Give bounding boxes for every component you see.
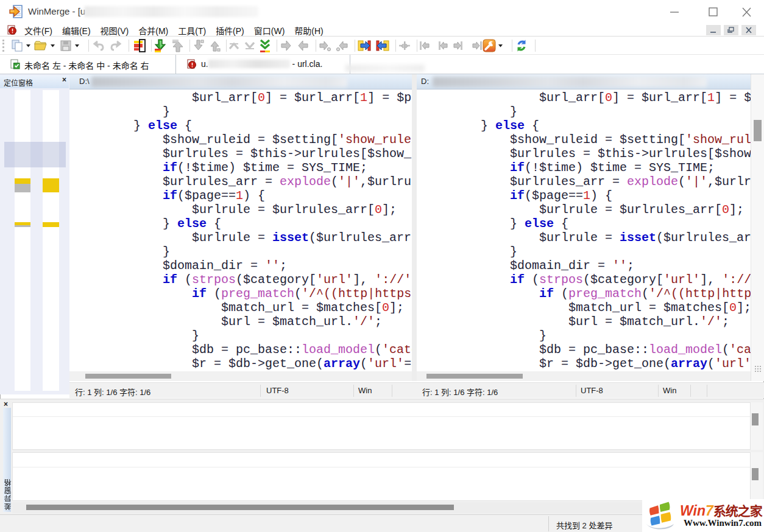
copy-left-and-advance-icon[interactable]	[336, 39, 349, 52]
copy-left-icon[interactable]	[297, 39, 310, 52]
l-to-m-advance-icon[interactable]	[418, 39, 431, 52]
copy-all-left-icon[interactable]	[376, 39, 389, 52]
diff-marker[interactable]	[15, 178, 30, 184]
r-to-m-advance-icon[interactable]	[470, 39, 484, 52]
options-icon[interactable]	[483, 39, 496, 52]
v-scrollbar-thumb[interactable]	[754, 120, 762, 141]
redacted-title-path	[84, 6, 258, 17]
diff-detail-bottom[interactable]	[12, 452, 751, 501]
menu-6[interactable]: 窗口(W)	[249, 23, 290, 37]
diff-marker[interactable]	[15, 184, 30, 192]
code-line: $url_arr[0] = $url_arr[1] = $page_size;	[75, 91, 412, 105]
previous-conflict-icon[interactable]	[227, 39, 241, 52]
menu-4[interactable]: 工具(T)	[173, 23, 211, 37]
save-dropdown-icon[interactable]	[74, 39, 80, 52]
save-icon[interactable]	[59, 39, 73, 52]
diff-v-scrollbar-bottom[interactable]	[751, 452, 763, 501]
pane-divider[interactable]	[412, 74, 417, 381]
caret-position: 行: 1 列: 1/6 字符: 1/6	[422, 386, 498, 397]
menu-1[interactable]: 编辑(E)	[57, 23, 96, 37]
menu-3[interactable]: 合并(M)	[133, 23, 173, 37]
menu-0[interactable]: 文件(F)	[19, 23, 57, 37]
toolbar-grip[interactable]	[2, 40, 4, 52]
separator	[576, 385, 576, 397]
diff-v-scrollbar-thumb[interactable]	[752, 468, 759, 480]
menu-bar: 文件(F)编辑(E)视图(V)合并(M)工具(T)插件(P)窗口(W)帮助(H)	[0, 23, 764, 37]
h-scrollbar-thumb[interactable]	[426, 374, 523, 379]
last-difference-icon[interactable]	[258, 39, 272, 52]
code-line: $urlrules = $this->urlrules[$show_ruleid…	[75, 147, 412, 161]
location-strip-left[interactable]	[15, 90, 30, 391]
tab-label: 未命名 左 - 未命名 中 - 未命名 右	[24, 59, 149, 71]
refresh-icon[interactable]	[515, 39, 528, 52]
location-strip-right[interactable]	[43, 90, 59, 391]
code-line: if (strpos($category['url'], '://') !== …	[422, 273, 751, 287]
pane-header-right[interactable]: D:	[417, 74, 751, 89]
menu-5[interactable]: 插件(P)	[211, 23, 249, 37]
open-icon[interactable]	[34, 39, 47, 52]
diff-v-scrollbar-thumb[interactable]	[752, 413, 759, 425]
v-scrollbar[interactable]	[751, 74, 764, 381]
separator	[392, 385, 392, 397]
location-view-rect[interactable]	[4, 142, 66, 167]
diff-marker[interactable]	[43, 222, 59, 227]
copy-right-and-advance-icon[interactable]	[318, 39, 331, 52]
document-compare-icon	[7, 25, 17, 35]
h-scrollbar-right[interactable]	[417, 371, 751, 381]
h-scrollbar-left[interactable]	[69, 371, 412, 381]
next-3way-diff-icon[interactable]	[191, 39, 205, 52]
toolbar-separator	[417, 40, 417, 52]
separator	[260, 385, 261, 397]
diff-h-scrollbar[interactable]	[12, 502, 751, 513]
redacted-path	[91, 77, 347, 87]
diff-h-scrollbar-thumb[interactable]	[26, 505, 454, 510]
location-pane-close-icon[interactable]: ×	[62, 75, 66, 84]
menu-2[interactable]: 视图(V)	[96, 23, 134, 37]
copy-all-right-icon[interactable]	[358, 39, 371, 52]
auto-merge-icon[interactable]	[398, 39, 411, 52]
new-file-icon[interactable]	[10, 39, 24, 52]
new-dropdown-icon[interactable]	[25, 39, 32, 52]
open-dropdown-icon[interactable]	[49, 39, 56, 52]
mdi-restore-button[interactable]	[724, 25, 738, 35]
code-line: if($page==1) {	[422, 189, 751, 203]
m-to-r-advance-icon[interactable]	[453, 39, 466, 52]
code-editor-left[interactable]: $url_arr[0] = $url_arr[1] = $page_size; …	[69, 89, 412, 371]
menu-7[interactable]: 帮助(H)	[289, 23, 328, 37]
redo-icon[interactable]	[109, 39, 122, 52]
previous-difference-icon[interactable]	[171, 39, 185, 52]
diff-v-scrollbar-top[interactable]	[751, 402, 763, 450]
separator	[353, 385, 354, 397]
current-difference-icon[interactable]	[133, 39, 146, 52]
next-conflict-icon[interactable]	[243, 39, 256, 52]
code-line: }	[422, 329, 751, 343]
m-to-l-advance-icon[interactable]	[435, 39, 448, 52]
tab-url-class-compare[interactable]: u. - url.cla.	[177, 55, 350, 74]
copy-right-icon[interactable]	[279, 39, 292, 52]
diff-detail-top[interactable]	[12, 402, 751, 450]
pane-header-left[interactable]: D:\	[69, 74, 412, 89]
close-button[interactable]	[736, 6, 757, 18]
maximize-button[interactable]	[702, 6, 723, 18]
h-scrollbar-thumb[interactable]	[85, 374, 171, 379]
minimize-button[interactable]	[664, 6, 685, 18]
diff-marker[interactable]	[15, 225, 30, 227]
diff-marker[interactable]	[43, 178, 59, 192]
watermark-url: Www.Winwin7.com	[684, 518, 762, 528]
code-line: } else {	[75, 217, 412, 231]
toolbar-separator	[129, 40, 129, 52]
code-line: $url_arr[0] = $url_arr[1] = $page_size;	[422, 91, 751, 105]
tab-untitled-compare[interactable]: 未命名 左 - 未命名 中 - 未命名 右	[0, 55, 176, 74]
diff-pane-close-icon[interactable]: ×	[4, 400, 8, 408]
next-difference-icon[interactable]	[154, 39, 167, 52]
undo-icon[interactable]	[92, 39, 105, 52]
code-editor-right[interactable]: $url_arr[0] = $url_arr[1] = $page_size; …	[417, 89, 751, 371]
mdi-minimize-button[interactable]	[706, 25, 721, 35]
code-line: }	[422, 245, 751, 259]
file-pane-right: D: $url_arr[0] = $url_arr[1] = $page_siz…	[417, 74, 751, 381]
status-bar-right: 行: 1 列: 1/6 字符: 1/6UTF-8Win	[417, 382, 764, 398]
previous-3way-diff-icon[interactable]	[208, 39, 221, 52]
options-dropdown-icon[interactable]	[497, 39, 504, 52]
code-line: if(!$time) $time = SYS_TIME;	[75, 161, 412, 175]
mdi-close-button[interactable]	[741, 25, 756, 35]
